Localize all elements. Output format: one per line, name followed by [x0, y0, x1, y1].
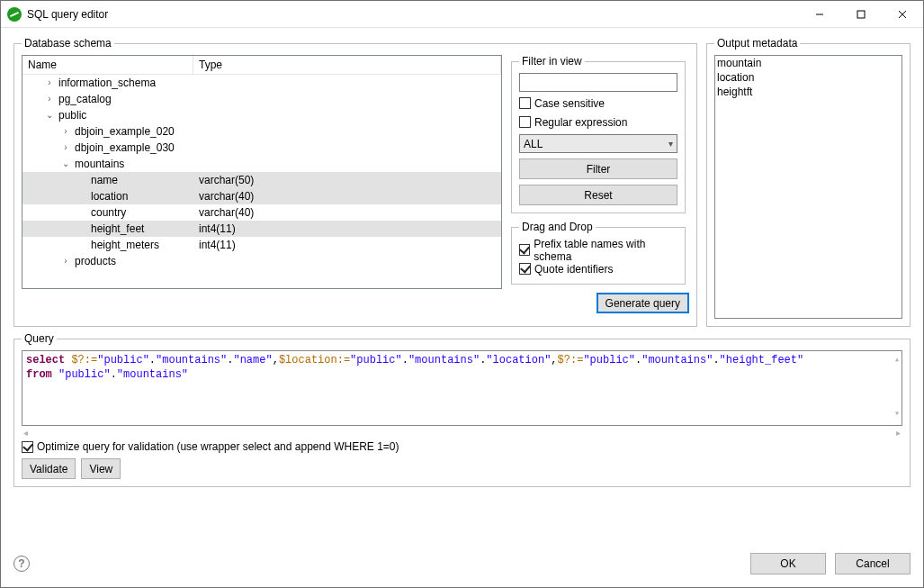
tree-row[interactable]: ›products: [22, 253, 501, 269]
tree-header-type[interactable]: Type: [193, 56, 501, 74]
output-item[interactable]: location: [715, 70, 902, 85]
case-sensitive-checkbox[interactable]: Case sensitive: [519, 95, 677, 111]
drag-drop-panel: Drag and Drop Prefix table names with sc…: [511, 221, 686, 285]
help-icon[interactable]: ?: [13, 556, 30, 572]
output-item[interactable]: mountain: [715, 56, 902, 70]
sql-query-editor-window: SQL query editor Database schema Name Ty…: [0, 0, 924, 588]
chevron-down-icon: ▾: [668, 139, 673, 149]
tree-row-name: height_feet: [87, 221, 144, 237]
tree-row-type: [193, 75, 501, 91]
tree-row-name: pg_catalog: [55, 91, 112, 107]
tree-row-type: [193, 107, 501, 123]
footer: ? OK Cancel: [1, 553, 923, 587]
query-content: select $?:="public"."mountains"."name",$…: [26, 353, 898, 382]
filter-mode-value: ALL: [524, 138, 543, 150]
query-legend: Query: [22, 332, 57, 345]
regex-checkbox[interactable]: Regular expression: [519, 114, 677, 130]
chevron-right-icon[interactable]: ›: [60, 140, 71, 156]
tree-row-type: int4(11): [193, 237, 501, 253]
content-area: Database schema Name Type ›information_s…: [1, 28, 923, 553]
tree-row[interactable]: ›dbjoin_example_030: [22, 140, 501, 156]
validate-button[interactable]: Validate: [22, 458, 76, 479]
minimize-button[interactable]: [799, 1, 840, 28]
chevron-right-icon[interactable]: ›: [44, 75, 55, 91]
chevron-right-icon[interactable]: ›: [44, 91, 55, 107]
tree-row-name: products: [71, 253, 116, 269]
tree-row-name: mountains: [71, 156, 124, 172]
app-icon: [7, 7, 22, 22]
filter-input[interactable]: [519, 73, 677, 92]
prefix-schema-label: Prefix table names with schema: [534, 238, 677, 263]
tree-row-name: public: [55, 107, 86, 123]
tree-row-type: varchar(50): [193, 172, 501, 188]
output-item[interactable]: heightft: [715, 85, 902, 99]
svg-rect-1: [857, 11, 865, 18]
tree-row-name: information_schema: [55, 75, 156, 91]
regex-label: Regular expression: [534, 116, 627, 129]
close-button[interactable]: [882, 1, 923, 28]
tree-row-type: [193, 140, 501, 156]
database-schema-panel: Database schema Name Type ›information_s…: [13, 37, 697, 327]
database-schema-legend: Database schema: [22, 37, 114, 50]
tree-header: Name Type: [22, 56, 501, 75]
chevron-down-icon[interactable]: ⌄: [44, 107, 55, 123]
tree-row[interactable]: locationvarchar(40): [22, 188, 501, 204]
query-panel: Query select $?:="public"."mountains"."n…: [13, 332, 911, 487]
tree-row[interactable]: ›information_schema: [22, 75, 501, 91]
horizontal-scroll-hint: ◂▸: [22, 428, 902, 439]
filter-legend: Filter in view: [519, 55, 585, 68]
chevron-right-icon[interactable]: ›: [60, 253, 71, 269]
window-title: SQL query editor: [27, 8, 108, 21]
tree-row-name: name: [87, 172, 118, 188]
output-metadata-list[interactable]: mountainlocationheightft: [714, 55, 902, 319]
filter-panel: Filter in view Case sensitive Regular ex…: [511, 55, 686, 213]
prefix-schema-checkbox[interactable]: Prefix table names with schema: [519, 242, 677, 258]
output-metadata-panel: Output metadata mountainlocationheightft: [706, 37, 911, 327]
output-metadata-legend: Output metadata: [714, 37, 800, 50]
tree-row[interactable]: ›dbjoin_example_020: [22, 123, 501, 140]
tree-row-type: [193, 91, 501, 107]
quote-identifiers-label: Quote identifiers: [534, 263, 613, 276]
tree-header-name[interactable]: Name: [22, 56, 193, 74]
tree-row[interactable]: ›pg_catalog: [22, 91, 501, 107]
tree-row-type: [193, 123, 501, 140]
tree-row-type: int4(11): [193, 221, 501, 237]
tree-row[interactable]: height_metersint4(11): [22, 237, 501, 253]
tree-row-name: location: [87, 188, 128, 204]
chevron-down-icon[interactable]: ⌄: [60, 156, 71, 172]
tree-row-name: country: [87, 204, 126, 221]
cancel-button[interactable]: Cancel: [835, 553, 911, 574]
tree-row-type: [193, 156, 501, 172]
tree-row-type: varchar(40): [193, 204, 501, 221]
maximize-button[interactable]: [840, 1, 882, 28]
tree-row-name: dbjoin_example_030: [71, 140, 175, 156]
tree-row[interactable]: namevarchar(50): [22, 172, 501, 188]
ok-button[interactable]: OK: [750, 553, 826, 574]
query-textarea[interactable]: select $?:="public"."mountains"."name",$…: [22, 350, 902, 426]
chevron-right-icon[interactable]: ›: [60, 123, 71, 140]
tree-row[interactable]: countryvarchar(40): [22, 204, 501, 221]
tree-row-name: dbjoin_example_020: [71, 123, 175, 140]
reset-button[interactable]: Reset: [519, 185, 677, 205]
schema-tree[interactable]: Name Type ›information_schema›pg_catalog…: [22, 55, 502, 289]
vertical-scroll-hint: ▴▾: [894, 353, 900, 421]
filter-button[interactable]: Filter: [519, 158, 677, 179]
tree-row-type: varchar(40): [193, 188, 501, 204]
view-button[interactable]: View: [81, 458, 121, 479]
quote-identifiers-checkbox[interactable]: Quote identifiers: [519, 261, 677, 276]
filter-mode-select[interactable]: ALL ▾: [519, 134, 677, 153]
generate-query-button[interactable]: Generate query: [597, 293, 689, 313]
tree-row[interactable]: ⌄mountains: [22, 156, 501, 172]
tree-row[interactable]: ⌄public: [22, 107, 501, 123]
tree-row[interactable]: height_feetint4(11): [22, 221, 501, 237]
optimize-query-label: Optimize query for validation (use wrapp…: [37, 440, 399, 453]
tree-row-type: [193, 253, 501, 269]
titlebar: SQL query editor: [1, 1, 923, 28]
drag-drop-legend: Drag and Drop: [519, 221, 596, 233]
case-sensitive-label: Case sensitive: [534, 97, 605, 110]
tree-row-name: height_meters: [87, 237, 159, 253]
optimize-query-checkbox[interactable]: Optimize query for validation (use wrapp…: [22, 440, 902, 453]
